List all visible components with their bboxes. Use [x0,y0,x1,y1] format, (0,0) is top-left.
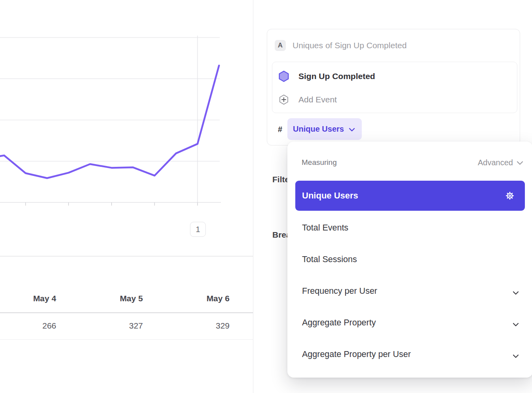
advanced-toggle-label: Advanced [478,158,513,167]
menu-item-unique-users[interactable]: Unique Users [295,181,525,211]
line-chart[interactable]: May 22May 24May 26May 28May 30 [0,0,253,206]
menu-item-label: Aggregate Property per User [302,338,411,370]
gear-icon[interactable] [505,191,515,200]
chevron-down-icon [513,289,519,297]
menu-item-aggregate-property-per-user[interactable]: Aggregate Property per User [295,338,525,370]
hexagon-icon [278,70,290,82]
chevron-down-icon [349,128,355,132]
menu-item-frequency-per-user[interactable]: Frequency per User [295,275,525,307]
menu-item-label: Aggregate Property [302,307,376,338]
menu-item-label: Total Sessions [302,244,357,275]
measuring-menu: Measuring Advanced Unique Users [287,142,532,378]
chevron-down-icon [513,353,519,360]
chart-pane: May 22May 24May 26May 28May 30 1 May 4 M… [0,0,253,393]
chart-page-badge[interactable]: 1 [190,222,206,237]
metric-card: A Uniques of Sign Up Completed Sign Up C… [267,29,520,145]
series-title: Uniques of Sign Up Completed [293,40,407,51]
series-badge[interactable]: A [275,40,286,51]
query-builder-pane: Filter Breakdown A Uniques of Sign Up Co… [253,0,532,393]
chevron-down-icon [513,321,519,328]
table-header-cell: May 4 [0,285,57,312]
table-header-row: May 4 May 5 May 6 [0,285,253,312]
advanced-toggle[interactable]: Advanced [478,155,523,170]
event-card: Sign Up Completed Add Event [272,62,517,113]
add-event-label: Add Event [298,94,337,105]
measuring-menu-title: Measuring [302,155,337,170]
menu-item-label: Unique Users [302,181,358,211]
table-value-cell[interactable]: 329 [144,313,230,339]
event-name: Sign Up Completed [298,70,375,82]
event-row[interactable]: Sign Up Completed [272,65,517,87]
menu-item-label: Total Events [302,212,348,244]
menu-item-total-events[interactable]: Total Events [295,212,525,244]
measure-prefix: # [278,124,282,135]
add-event-button[interactable]: Add Event [272,88,517,110]
table-value-cell[interactable]: 327 [57,313,144,339]
analytics-insights-screen: May 22May 24May 26May 28May 30 1 May 4 M… [0,0,532,393]
menu-item-aggregate-property[interactable]: Aggregate Property [295,307,525,338]
measuring-menu-header: Measuring Advanced [287,155,532,170]
chevron-down-icon [517,161,523,165]
menu-item-label: Frequency per User [302,275,377,307]
menu-item-total-sessions[interactable]: Total Sessions [295,244,525,275]
measure-dropdown-chip[interactable]: Unique Users [287,118,362,140]
table-row: 266 327 329 [0,313,253,339]
plus-hexagon-icon [278,94,289,105]
table-value-cell[interactable]: 266 [0,313,57,339]
measure-chip-label: Unique Users [293,125,344,134]
divider [0,339,253,340]
table-header-cell: May 6 [144,285,230,312]
table-header-cell: May 5 [57,285,144,312]
divider [0,256,253,257]
